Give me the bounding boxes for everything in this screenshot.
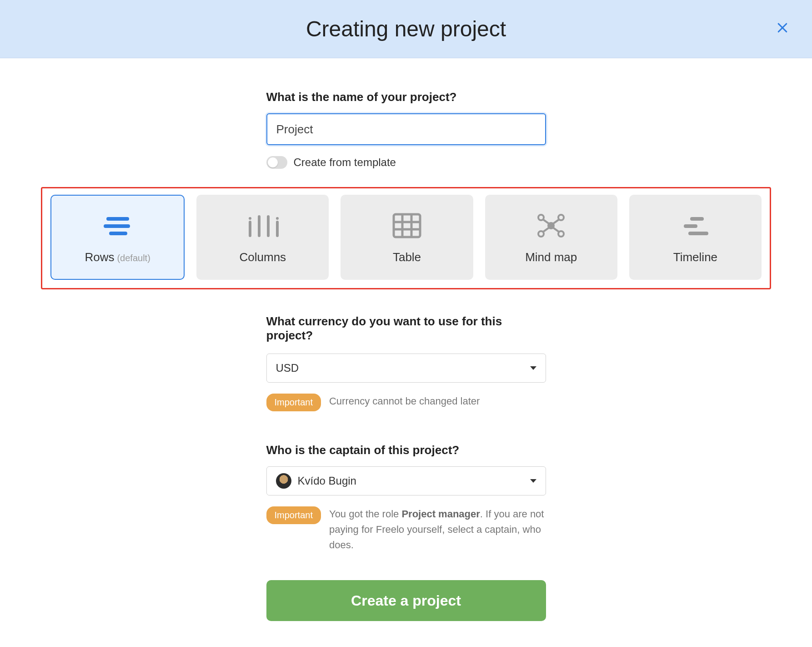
svg-line-22 [553, 219, 559, 224]
important-badge: Important [266, 394, 321, 411]
view-option-table[interactable]: Table [341, 195, 473, 280]
close-icon [776, 21, 789, 35]
svg-rect-11 [394, 214, 420, 237]
view-option-timeline[interactable]: Timeline [629, 195, 762, 280]
view-option-label: Mind map [525, 250, 577, 264]
currency-note: Currency cannot be changed later [329, 394, 546, 409]
currency-value: USD [276, 362, 299, 374]
svg-line-23 [543, 227, 549, 232]
currency-select[interactable]: USD [266, 354, 546, 383]
avatar [276, 473, 291, 489]
create-project-button[interactable]: Create a project [266, 580, 546, 621]
svg-rect-27 [688, 232, 708, 235]
captain-note: You got the role Project manager. If you… [329, 506, 546, 553]
table-icon [392, 212, 421, 239]
svg-rect-2 [106, 217, 129, 221]
toggle-knob [268, 157, 278, 167]
dialog-header: Creating new project [0, 0, 812, 58]
view-option-label: Table [393, 250, 421, 264]
svg-line-24 [553, 227, 559, 232]
svg-rect-25 [690, 217, 704, 221]
important-badge: Important [266, 506, 321, 524]
close-button[interactable] [776, 21, 789, 37]
view-option-label: Timeline [673, 250, 717, 264]
template-toggle[interactable] [266, 156, 287, 169]
svg-line-21 [543, 219, 549, 224]
project-name-input[interactable] [266, 113, 546, 145]
template-toggle-label: Create from template [294, 156, 396, 169]
view-option-columns[interactable]: Columns [196, 195, 329, 280]
svg-point-10 [276, 217, 279, 220]
timeline-icon [679, 212, 711, 239]
svg-point-9 [249, 217, 251, 220]
project-name-label: What is the name of your project? [266, 90, 546, 104]
svg-rect-4 [109, 232, 127, 235]
view-option-rows[interactable]: Rows(default) [50, 195, 185, 280]
svg-rect-3 [104, 224, 130, 228]
chevron-down-icon [530, 479, 536, 483]
chevron-down-icon [530, 366, 536, 370]
svg-rect-26 [684, 224, 697, 228]
captain-select[interactable]: Kvído Bugin [266, 466, 546, 495]
view-option-label: Rows(default) [85, 250, 150, 264]
currency-label: What currency do you want to use for thi… [266, 314, 546, 343]
view-type-selector: Rows(default) Columns [41, 187, 771, 289]
dialog-title: Creating new project [306, 16, 506, 41]
captain-label: Who is the captain of this project? [266, 443, 546, 457]
columns-icon [246, 212, 280, 239]
mindmap-icon [536, 212, 566, 239]
rows-icon [102, 212, 134, 239]
view-option-label: Columns [240, 250, 286, 264]
captain-value: Kvído Bugin [298, 475, 356, 487]
view-option-mindmap[interactable]: Mind map [485, 195, 617, 280]
